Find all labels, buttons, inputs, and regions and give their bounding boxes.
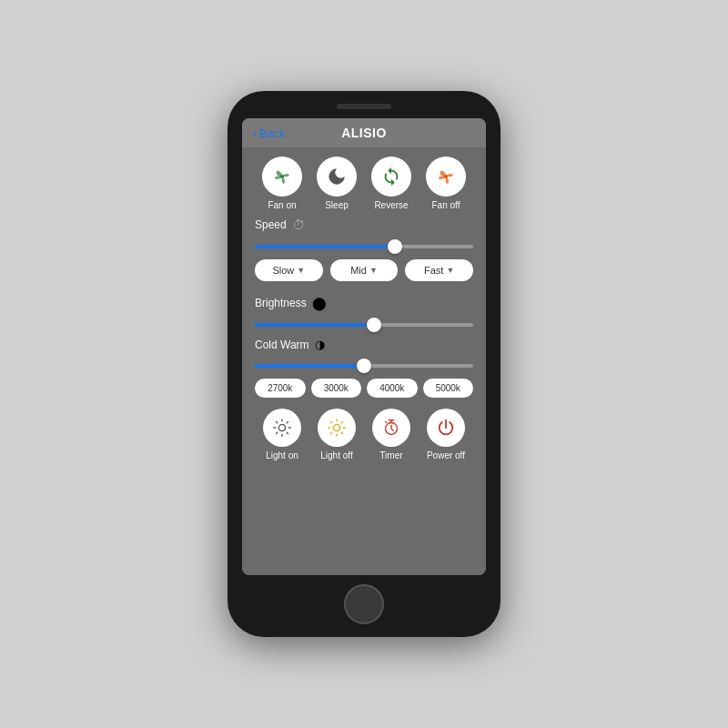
- light-on-icon: [263, 409, 301, 447]
- timer-button[interactable]: Timer: [372, 409, 410, 460]
- phone-speaker: [337, 104, 391, 109]
- svg-point-3: [333, 424, 339, 430]
- cold-warm-row: Cold Warm ◑: [255, 338, 473, 351]
- light-off-icon: [318, 409, 356, 447]
- header-title: ALISIO: [341, 126, 387, 140]
- phone-screen: ‹ Back ALISIO Fan on: [242, 118, 486, 575]
- fan-on-icon: [262, 157, 302, 197]
- fan-off-label: Fan off: [432, 200, 460, 210]
- temp-2700k-button[interactable]: 2700k: [255, 379, 306, 398]
- fan-on-button[interactable]: Fan on: [262, 157, 302, 210]
- cold-warm-label: Cold Warm: [255, 339, 309, 351]
- speed-buttons-row: Slow ▼ Mid ▼ Fast ▼: [255, 259, 473, 281]
- fan-off-button[interactable]: Fan off: [426, 157, 466, 210]
- light-on-button[interactable]: Light on: [263, 409, 301, 460]
- mid-button[interactable]: Mid ▼: [330, 259, 399, 281]
- warmth-slider-container: [255, 355, 473, 371]
- home-button[interactable]: [344, 584, 384, 624]
- brightness-row: Brightness ⬤: [255, 296, 473, 310]
- reverse-icon: [371, 157, 411, 197]
- fast-filter-icon: ▼: [446, 266, 454, 275]
- back-label: Back: [259, 126, 286, 140]
- temp-2700k-label: 2700k: [268, 383, 292, 393]
- temp-3000k-label: 3000k: [324, 383, 349, 393]
- bottom-controls-row: Light on Light off: [255, 409, 473, 460]
- temp-5000k-label: 5000k: [436, 383, 460, 393]
- speed-slider-container: [255, 236, 473, 252]
- brightness-label: Brightness: [255, 297, 307, 309]
- brightness-slider[interactable]: [255, 323, 473, 327]
- mid-filter-icon: ▼: [369, 266, 378, 275]
- brightness-slider-container: [255, 314, 473, 330]
- warmth-slider[interactable]: [255, 364, 473, 368]
- temp-5000k-button[interactable]: 5000k: [423, 379, 474, 398]
- mid-label: Mid: [350, 265, 367, 276]
- light-off-label: Light off: [320, 450, 352, 460]
- power-off-button[interactable]: Power off: [427, 409, 465, 460]
- temp-4000k-button[interactable]: 4000k: [367, 379, 418, 398]
- fan-on-label: Fan on: [268, 200, 296, 210]
- fast-button[interactable]: Fast ▼: [405, 259, 473, 281]
- timer-label: Timer: [379, 450, 402, 460]
- back-chevron-icon: ‹: [253, 126, 258, 140]
- light-off-button[interactable]: Light off: [318, 409, 356, 460]
- reverse-label: Reverse: [374, 200, 408, 210]
- slow-label: Slow: [272, 265, 294, 276]
- fan-controls-row: Fan on Sleep Rev: [255, 157, 473, 210]
- brightness-icon: ⬤: [312, 296, 327, 310]
- svg-point-2: [278, 424, 285, 430]
- speed-icon: ⏱: [292, 217, 305, 232]
- svg-point-0: [280, 175, 284, 178]
- slow-button[interactable]: Slow ▼: [255, 259, 323, 281]
- temp-4000k-label: 4000k: [379, 383, 404, 393]
- color-temp-buttons: 2700k 3000k 4000k 5000k: [255, 379, 473, 398]
- light-on-label: Light on: [266, 450, 298, 460]
- sleep-icon: [317, 157, 357, 197]
- phone-device: ‹ Back ALISIO Fan on: [228, 91, 500, 637]
- fast-label: Fast: [424, 265, 443, 276]
- app-header: ‹ Back ALISIO: [242, 118, 486, 147]
- speed-slider[interactable]: [255, 245, 473, 248]
- temp-3000k-button[interactable]: 3000k: [311, 379, 362, 398]
- timer-icon: [372, 409, 410, 447]
- slow-filter-icon: ▼: [297, 266, 305, 275]
- cold-warm-icon: ◑: [315, 338, 325, 351]
- sleep-label: Sleep: [325, 200, 349, 210]
- power-off-label: Power off: [427, 450, 465, 460]
- power-off-icon: [427, 409, 465, 447]
- speed-row: Speed ⏱: [255, 217, 473, 232]
- back-button[interactable]: ‹ Back: [253, 126, 286, 140]
- screen-body: Fan on Sleep Rev: [242, 147, 486, 575]
- speed-label: Speed: [255, 218, 287, 231]
- sleep-button[interactable]: Sleep: [317, 157, 357, 210]
- reverse-button[interactable]: Reverse: [371, 157, 411, 210]
- svg-point-1: [444, 175, 448, 178]
- fan-off-icon: [426, 157, 466, 197]
